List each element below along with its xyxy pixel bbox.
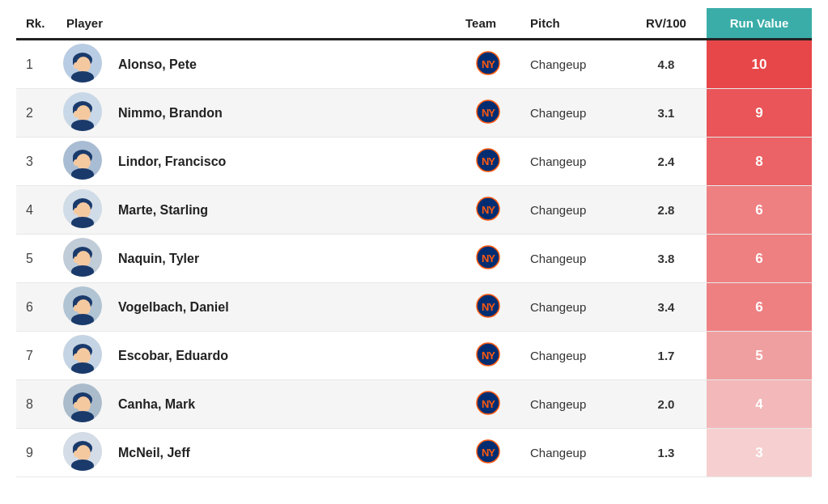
run-value-cell: 3 — [707, 429, 812, 477]
team-cell: NY — [456, 40, 520, 89]
pitch-cell: Changeup — [520, 332, 626, 380]
svg-text:NY: NY — [482, 301, 495, 313]
pitch-cell: Changeup — [520, 283, 626, 332]
team-cell: NY — [456, 332, 520, 380]
run-value-cell: 5 — [707, 332, 812, 380]
table-row: 4 Marte, Starling NY Changeup2.86 — [16, 186, 812, 235]
avatar — [63, 286, 102, 325]
svg-text:NY: NY — [482, 107, 495, 119]
rv100-cell: 4.8 — [626, 40, 707, 89]
player-name-cell: Vogelbach, Daniel — [108, 283, 456, 332]
player-photo — [57, 332, 108, 380]
player-photo — [57, 138, 108, 186]
svg-text:NY: NY — [482, 204, 495, 216]
rv100-cell: 1.3 — [626, 429, 707, 477]
avatar — [63, 238, 102, 277]
rank-cell: 8 — [16, 380, 57, 429]
player-name-cell: Alonso, Pete — [108, 40, 456, 89]
mets-logo-icon: NY — [476, 197, 500, 221]
avatar — [63, 92, 102, 131]
team-cell: NY — [456, 235, 520, 283]
rank-cell: 3 — [16, 138, 57, 186]
rv100-header: RV/100 — [626, 8, 707, 40]
player-photo — [57, 40, 108, 89]
pitch-cell: Changeup — [520, 186, 626, 235]
svg-text:NY: NY — [482, 252, 495, 265]
run-value-cell: 4 — [707, 380, 812, 429]
team-cell: NY — [456, 283, 520, 332]
rank-cell: 5 — [16, 235, 57, 283]
rank-cell: 1 — [16, 40, 57, 89]
table-row: 6 Vogelbach, Daniel NY Changeup3.46 — [16, 283, 812, 332]
team-cell: NY — [456, 89, 520, 138]
svg-point-61 — [74, 402, 79, 409]
team-cell: NY — [456, 429, 520, 477]
pitch-cell: Changeup — [520, 235, 626, 283]
rv100-cell: 1.7 — [626, 332, 707, 380]
run-value-cell: 9 — [707, 89, 812, 138]
table-row: 2 Nimmo, Brandon NY Changeup3.19 — [16, 89, 812, 138]
rank-cell: 2 — [16, 89, 57, 138]
team-cell: NY — [456, 380, 520, 429]
run-value-cell: 6 — [707, 283, 812, 332]
avatar — [63, 383, 102, 422]
mets-logo-icon: NY — [476, 439, 500, 464]
rv100-cell: 3.1 — [626, 89, 707, 138]
rv100-cell: 3.4 — [626, 283, 707, 332]
avatar — [63, 141, 102, 180]
rank-cell: 7 — [16, 332, 57, 380]
rank-cell: 4 — [16, 186, 57, 235]
table-row: 8 Canha, Mark NY Changeup2.04 — [16, 380, 812, 429]
svg-text:NY: NY — [482, 349, 495, 362]
table-row: 5 Naquin, Tyler NY Changeup3.86 — [16, 235, 812, 283]
rank-cell: 6 — [16, 283, 57, 332]
svg-point-5 — [74, 62, 79, 69]
pitch-cell: Changeup — [520, 429, 626, 477]
pitch-header: Pitch — [520, 8, 626, 40]
player-header: Player — [57, 8, 456, 40]
player-name-cell: Lindor, Francisco — [108, 138, 456, 186]
mets-logo-icon: NY — [476, 294, 500, 318]
run-value-cell: 8 — [707, 138, 812, 186]
mets-logo-icon: NY — [476, 148, 500, 172]
svg-point-37 — [74, 256, 79, 263]
pitch-cell: Changeup — [520, 380, 626, 429]
mets-logo-icon: NY — [476, 51, 500, 75]
svg-point-45 — [74, 305, 79, 311]
pitch-cell: Changeup — [520, 89, 626, 138]
table-row: 9 McNeil, Jeff NY Changeup1.33 — [16, 429, 812, 477]
svg-point-69 — [74, 451, 79, 457]
avatar — [63, 432, 102, 471]
mets-logo-icon: NY — [476, 391, 500, 415]
player-photo — [57, 235, 108, 283]
table-row: 7 Escobar, Eduardo NY Changeup1.75 — [16, 332, 812, 380]
mets-logo-icon: NY — [476, 245, 500, 269]
mets-logo-icon: NY — [476, 342, 500, 366]
avatar — [63, 189, 102, 228]
svg-text:NY: NY — [482, 58, 495, 70]
svg-point-53 — [74, 354, 79, 360]
player-name-cell: Nimmo, Brandon — [108, 89, 456, 138]
table-header-row: Rk. Player Team Pitch RV/100 Run Value — [16, 8, 812, 40]
leaderboard-table: Rk. Player Team Pitch RV/100 Run Value 1 — [16, 8, 812, 477]
rv100-cell: 3.8 — [626, 235, 707, 283]
player-photo — [57, 283, 108, 332]
pitch-cell: Changeup — [520, 138, 626, 186]
rv100-cell: 2.0 — [626, 380, 707, 429]
player-photo — [57, 429, 108, 477]
player-name-cell: McNeil, Jeff — [108, 429, 456, 477]
player-name-cell: Marte, Starling — [108, 186, 456, 235]
player-photo — [57, 380, 108, 429]
run-value-cell: 10 — [707, 40, 812, 89]
run-value-cell: 6 — [707, 235, 812, 283]
svg-point-21 — [74, 159, 79, 166]
player-name-cell: Escobar, Eduardo — [108, 332, 456, 380]
table-row: 1 Alonso, Pete NY Changeup4.810 — [16, 40, 812, 89]
rank-header: Rk. — [16, 8, 57, 40]
pitch-cell: Changeup — [520, 40, 626, 89]
player-name-cell: Naquin, Tyler — [108, 235, 456, 283]
team-cell: NY — [456, 186, 520, 235]
player-photo — [57, 89, 108, 138]
rv100-cell: 2.4 — [626, 138, 707, 186]
player-name-cell: Canha, Mark — [108, 380, 456, 429]
